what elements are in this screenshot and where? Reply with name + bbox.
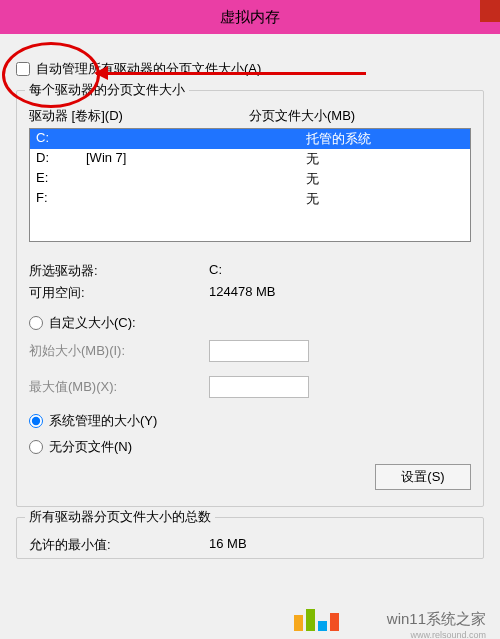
radio-custom-label: 自定义大小(C): (49, 314, 136, 332)
close-button[interactable] (480, 0, 500, 22)
init-size-input (209, 340, 309, 362)
radio-system-input[interactable] (29, 414, 43, 428)
min-allowed-label: 允许的最小值: (29, 536, 209, 554)
max-size-input (209, 376, 309, 398)
radio-none[interactable]: 无分页文件(N) (29, 438, 471, 456)
group-per-drive: 每个驱动器的分页文件大小 驱动器 [卷标](D) 分页文件大小(MB) C:托管… (16, 90, 484, 507)
avail-space-row: 可用空间: 124478 MB (29, 284, 471, 302)
table-row[interactable]: D:[Win 7]无 (30, 149, 470, 169)
table-row[interactable]: E:无 (30, 169, 470, 189)
radio-custom-input[interactable] (29, 316, 43, 330)
radio-custom[interactable]: 自定义大小(C): (29, 314, 471, 332)
auto-manage-checkbox[interactable] (16, 62, 30, 76)
table-row[interactable]: C:托管的系统 (30, 129, 470, 149)
avail-space-label: 可用空间: (29, 284, 209, 302)
radio-system-label: 系统管理的大小(Y) (49, 412, 157, 430)
watermark-icon (294, 609, 342, 631)
set-button[interactable]: 设置(S) (375, 464, 471, 490)
table-row[interactable]: F:无 (30, 189, 470, 209)
group-title: 每个驱动器的分页文件大小 (25, 81, 189, 99)
avail-space-value: 124478 MB (209, 284, 276, 302)
set-button-row: 设置(S) (29, 464, 471, 490)
window-title: 虚拟内存 (220, 8, 280, 27)
group-total-title: 所有驱动器分页文件大小的总数 (25, 508, 215, 526)
col-page: 分页文件大小(MB) (249, 107, 471, 125)
watermark-url: www.relsound.com (410, 630, 486, 639)
col-drive: 驱动器 [卷标](D) (29, 107, 249, 125)
watermark-text: win11系统之家 (387, 610, 486, 629)
init-size-label: 初始大小(MB)(I): (29, 342, 209, 360)
list-header: 驱动器 [卷标](D) 分页文件大小(MB) (29, 107, 471, 125)
drive-list[interactable]: C:托管的系统D:[Win 7]无E:无F:无 (29, 128, 471, 242)
max-size-label: 最大值(MB)(X): (29, 378, 209, 396)
titlebar: 虚拟内存 (0, 0, 500, 34)
watermark: win11系统之家 www.relsound.com (0, 599, 500, 639)
group-total: 所有驱动器分页文件大小的总数 允许的最小值: 16 MB (16, 517, 484, 559)
init-size-row: 初始大小(MB)(I): (29, 340, 471, 362)
max-size-row: 最大值(MB)(X): (29, 376, 471, 398)
auto-manage-label: 自动管理所有驱动器的分页文件大小(A) (36, 60, 261, 78)
size-options: 自定义大小(C): 初始大小(MB)(I): 最大值(MB)(X): 系统管理的… (29, 314, 471, 456)
selected-drive-value: C: (209, 262, 222, 280)
selected-drive-row: 所选驱动器: C: (29, 262, 471, 280)
radio-system[interactable]: 系统管理的大小(Y) (29, 412, 471, 430)
selected-drive-label: 所选驱动器: (29, 262, 209, 280)
radio-none-label: 无分页文件(N) (49, 438, 132, 456)
radio-none-input[interactable] (29, 440, 43, 454)
auto-manage-row[interactable]: 自动管理所有驱动器的分页文件大小(A) (16, 60, 484, 78)
min-allowed-row: 允许的最小值: 16 MB (29, 536, 471, 554)
content-area: 自动管理所有驱动器的分页文件大小(A) 每个驱动器的分页文件大小 驱动器 [卷标… (0, 34, 500, 579)
min-allowed-value: 16 MB (209, 536, 247, 554)
